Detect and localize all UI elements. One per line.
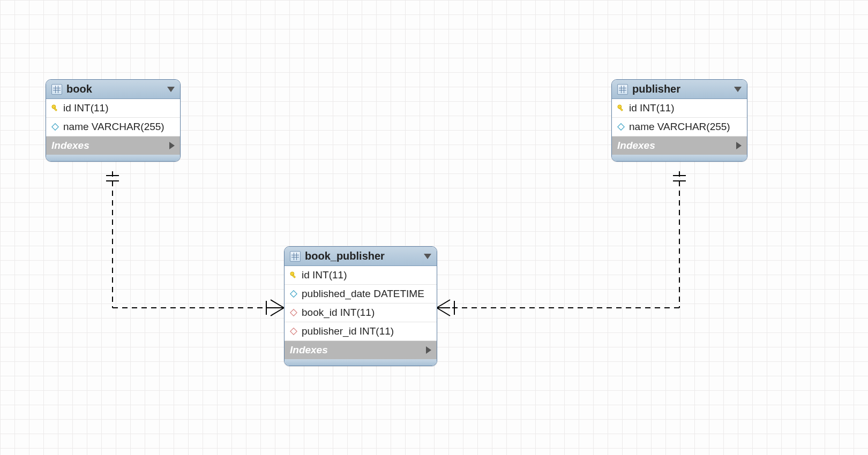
column-row[interactable]: name VARCHAR(255) [46, 118, 180, 136]
svg-rect-25 [290, 309, 297, 316]
table-icon [51, 84, 62, 95]
column-row[interactable]: published_date DATETIME [285, 285, 437, 304]
collapse-icon[interactable] [167, 87, 175, 92]
column-row[interactable]: book_id INT(11) [285, 304, 437, 322]
column-row[interactable]: id INT(11) [285, 266, 437, 285]
table-icon [617, 84, 628, 95]
column-label: publisher_id INT(11) [302, 325, 394, 337]
indexes-label: Indexes [51, 140, 89, 151]
primary-key-icon [290, 271, 297, 279]
table-title: publisher [632, 83, 680, 95]
svg-rect-21 [618, 124, 624, 130]
svg-line-12 [437, 300, 450, 308]
expand-icon[interactable] [169, 142, 175, 149]
collapse-icon[interactable] [734, 87, 742, 92]
indexes-label: Indexes [290, 344, 328, 356]
svg-rect-24 [290, 291, 297, 297]
expand-icon[interactable] [736, 142, 742, 149]
table-footer [46, 155, 180, 161]
table-footer [285, 359, 437, 366]
table-book-publisher[interactable]: book_publisher id INT(11) published_date… [284, 246, 437, 366]
table-publisher[interactable]: publisher id INT(11) name VARCHAR(255) I… [611, 79, 747, 162]
table-title: book_publisher [305, 250, 385, 262]
indexes-section[interactable]: Indexes [612, 136, 747, 155]
column-label: name VARCHAR(255) [629, 121, 730, 133]
svg-rect-23 [292, 275, 295, 278]
table-book[interactable]: book id INT(11) name VARCHAR(255) Indexe… [46, 79, 181, 162]
svg-line-13 [437, 308, 450, 316]
svg-line-5 [271, 308, 284, 316]
table-footer [612, 155, 747, 161]
primary-key-icon [617, 104, 625, 112]
svg-rect-17 [54, 108, 57, 111]
column-label: name VARCHAR(255) [63, 121, 164, 133]
table-title: book [66, 83, 92, 95]
indexes-label: Indexes [617, 140, 655, 151]
column-row[interactable]: publisher_id INT(11) [285, 322, 437, 341]
column-label: id INT(11) [629, 102, 674, 114]
indexes-section[interactable]: Indexes [285, 341, 437, 359]
table-header[interactable]: book [46, 80, 180, 99]
attribute-icon [617, 123, 625, 131]
expand-icon[interactable] [426, 346, 431, 354]
column-label: id INT(11) [302, 269, 347, 281]
relationship-lines [0, 0, 868, 455]
table-header[interactable]: publisher [612, 80, 747, 99]
primary-key-icon [51, 104, 59, 112]
table-icon [290, 251, 301, 262]
foreign-key-icon [290, 328, 297, 335]
column-label: published_date DATETIME [302, 288, 424, 300]
svg-rect-18 [52, 124, 58, 130]
svg-line-4 [271, 300, 284, 308]
column-row[interactable]: id INT(11) [612, 99, 747, 118]
svg-rect-26 [290, 328, 297, 335]
foreign-key-icon [290, 309, 297, 316]
collapse-icon[interactable] [424, 254, 431, 259]
indexes-section[interactable]: Indexes [46, 136, 180, 155]
attribute-icon [290, 290, 297, 298]
column-label: book_id INT(11) [302, 307, 375, 318]
attribute-icon [51, 123, 59, 131]
column-row[interactable]: name VARCHAR(255) [612, 118, 747, 136]
svg-rect-20 [619, 108, 623, 111]
column-label: id INT(11) [63, 102, 108, 114]
column-row[interactable]: id INT(11) [46, 99, 180, 118]
table-header[interactable]: book_publisher [285, 247, 437, 266]
